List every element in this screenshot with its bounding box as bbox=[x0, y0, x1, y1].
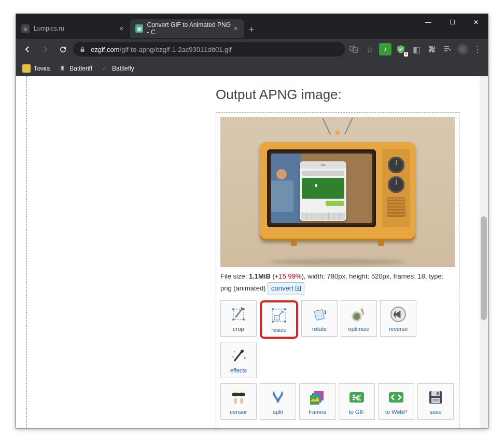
tool-effects[interactable]: effects bbox=[220, 342, 257, 378]
adguard-ext-icon[interactable]: 3 bbox=[395, 43, 407, 56]
bookmark-icon: ✓ bbox=[101, 64, 109, 73]
svg-point-7 bbox=[232, 308, 234, 310]
tool-to-gif[interactable]: to GIF bbox=[339, 383, 375, 420]
censor-icon bbox=[229, 388, 248, 407]
rotate-icon bbox=[310, 305, 329, 324]
effects-icon bbox=[229, 347, 248, 365]
tool-split[interactable]: split bbox=[260, 383, 296, 420]
svg-rect-16 bbox=[274, 315, 279, 320]
reload-button[interactable] bbox=[55, 42, 70, 57]
page-heading: Output APNG image: bbox=[216, 87, 465, 103]
url-host: ezgif.com bbox=[91, 46, 120, 53]
split-icon bbox=[269, 388, 287, 407]
svg-point-12 bbox=[272, 308, 274, 310]
svg-rect-25 bbox=[232, 393, 245, 396]
save-icon bbox=[426, 388, 445, 407]
close-tab-icon[interactable]: × bbox=[232, 25, 239, 32]
svg-rect-17 bbox=[314, 309, 324, 320]
tool-save[interactable]: save bbox=[417, 383, 454, 420]
tools-row-2: censor split frames bbox=[220, 383, 455, 420]
file-info-text: File size: 1.1MiB (+15.99%), width: 780p… bbox=[220, 271, 455, 295]
frames-icon bbox=[308, 388, 327, 407]
translate-icon[interactable]: 文A bbox=[348, 43, 360, 56]
tool-rotate[interactable]: rotate bbox=[301, 300, 338, 337]
page-viewport: Output APNG image: bbox=[16, 76, 488, 428]
bookmark-label: Battlefly bbox=[112, 65, 134, 72]
tab-lumpics[interactable]: ◉ Lumpics.ru × bbox=[16, 19, 130, 38]
svg-point-20 bbox=[355, 315, 358, 318]
to-webp-icon bbox=[387, 388, 405, 407]
tool-frames[interactable]: frames bbox=[299, 383, 335, 420]
svg-text:A: A bbox=[355, 49, 357, 52]
output-image-preview[interactable]: Dad bbox=[220, 117, 455, 267]
optimize-icon bbox=[349, 305, 368, 324]
svg-rect-36 bbox=[432, 400, 439, 402]
tool-to-webp[interactable]: to WebP bbox=[378, 383, 414, 420]
svg-point-10 bbox=[243, 319, 245, 321]
tab-ezgif[interactable]: ▦ Convert GIF to Animated PNG - C × bbox=[130, 19, 244, 38]
browser-window: ◉ Lumpics.ru × ▦ Convert GIF to Animated… bbox=[16, 13, 488, 428]
favicon-icon: ▦ bbox=[135, 24, 143, 33]
footer-note: Please do not directly link this file, b… bbox=[220, 427, 455, 428]
tab-title: Convert GIF to Animated PNG - C bbox=[147, 21, 233, 36]
star-icon[interactable]: ☆ bbox=[363, 43, 376, 56]
folder-icon bbox=[22, 64, 31, 73]
minimize-button[interactable]: — bbox=[416, 14, 440, 31]
bookmark-tochka[interactable]: Точка bbox=[22, 64, 50, 73]
grey-ext-icon[interactable]: ◧ bbox=[410, 43, 423, 56]
reverse-icon bbox=[389, 305, 408, 324]
svg-point-22 bbox=[241, 350, 244, 353]
bookmark-battlefly[interactable]: ✓ Battlefly bbox=[101, 64, 134, 73]
tab-title: Lumpics.ru bbox=[34, 25, 64, 32]
svg-point-15 bbox=[284, 321, 286, 323]
extensions-puzzle-icon[interactable] bbox=[426, 43, 438, 56]
tool-optimize[interactable]: optimize bbox=[341, 300, 377, 337]
close-window-button[interactable]: ✕ bbox=[464, 14, 488, 31]
address-bar: ezgif.com/gif-to-apng/ezgif-1-2ac93011db… bbox=[16, 39, 488, 60]
convert-button[interactable]: convert bbox=[268, 282, 304, 295]
forward-button[interactable] bbox=[38, 42, 52, 57]
svg-point-9 bbox=[232, 319, 234, 321]
bookmark-battleriff[interactable]: ♜ Battleriff bbox=[58, 64, 92, 73]
svg-point-13 bbox=[284, 308, 286, 310]
reading-list-icon[interactable] bbox=[441, 43, 454, 56]
window-controls: — ☐ ✕ bbox=[416, 14, 488, 39]
kebab-menu-icon[interactable]: ⋮ bbox=[471, 43, 484, 56]
svg-rect-35 bbox=[432, 399, 439, 400]
music-ext-icon[interactable]: ♪ bbox=[379, 43, 391, 56]
url-path: /gif-to-apng/ezgif-1-2ac93011db01.gif bbox=[120, 46, 232, 53]
tools-row-1: crop resize rotate bbox=[220, 300, 455, 378]
to-gif-icon bbox=[347, 388, 366, 407]
close-tab-icon[interactable]: × bbox=[118, 25, 125, 32]
profile-avatar-icon[interactable] bbox=[457, 44, 468, 55]
svg-rect-33 bbox=[437, 392, 439, 395]
toolbar-extensions: 文A ☆ ♪ 3 ◧ ⋮ bbox=[348, 43, 484, 56]
output-container: Dad bbox=[216, 112, 459, 428]
tool-resize[interactable]: resize bbox=[260, 300, 298, 339]
tab-bar: ◉ Lumpics.ru × ▦ Convert GIF to Animated… bbox=[16, 14, 488, 39]
left-dashed-border bbox=[26, 76, 27, 428]
bookmark-label: Battleriff bbox=[69, 65, 92, 72]
maximize-button[interactable]: ☐ bbox=[440, 14, 464, 31]
tool-censor[interactable]: censor bbox=[220, 383, 257, 420]
lock-icon bbox=[79, 46, 87, 53]
bookmark-icon: ♜ bbox=[58, 64, 66, 73]
bookmarks-bar: Точка ♜ Battleriff ✓ Battlefly bbox=[16, 60, 488, 76]
tool-crop[interactable]: crop bbox=[220, 300, 257, 337]
crop-icon bbox=[229, 305, 248, 324]
resize-icon bbox=[270, 306, 288, 325]
favicon-icon: ◉ bbox=[21, 24, 30, 33]
bookmark-label: Точка bbox=[34, 65, 50, 72]
svg-point-14 bbox=[272, 321, 274, 323]
tool-reverse[interactable]: reverse bbox=[380, 300, 416, 337]
new-tab-button[interactable]: + bbox=[244, 20, 259, 39]
back-button[interactable] bbox=[20, 42, 35, 57]
url-input[interactable]: ezgif.com/gif-to-apng/ezgif-1-2ac93011db… bbox=[73, 42, 345, 57]
svg-rect-0 bbox=[81, 49, 85, 52]
